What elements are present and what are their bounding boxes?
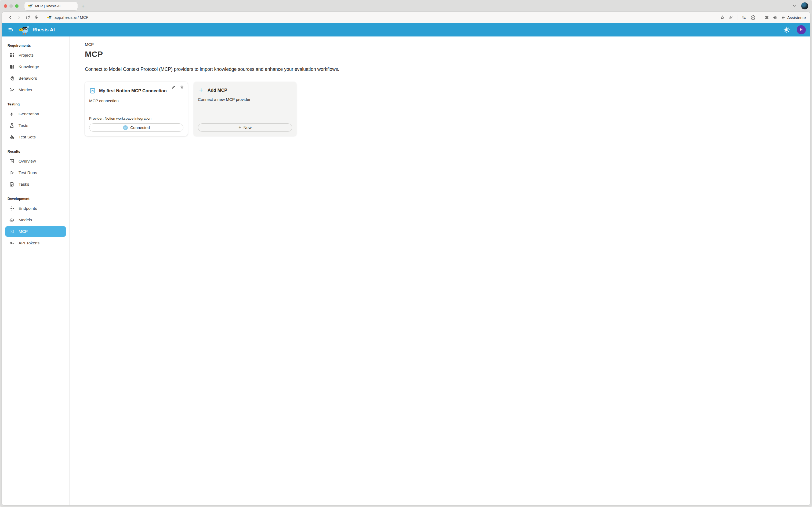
- page-title: MCP: [85, 50, 406, 59]
- browser-tab[interactable]: MCP | Rhesis AI: [24, 2, 78, 10]
- add-card-title: Add MCP: [208, 88, 227, 93]
- sidebar-item-overview[interactable]: Overview: [5, 156, 66, 167]
- connected-status-button[interactable]: Connected: [89, 123, 184, 132]
- plus-icon: +: [239, 125, 241, 130]
- sidebar-collapse-menu-icon[interactable]: [6, 25, 15, 34]
- sidebar-item-generation[interactable]: Generation: [5, 109, 66, 119]
- head-gear-icon: [9, 76, 14, 81]
- clipboard-icon: [9, 182, 14, 187]
- notion-icon: N: [89, 88, 96, 94]
- sidebar-item-label: Tasks: [18, 182, 29, 187]
- microphone-icon[interactable]: [32, 13, 41, 22]
- app-title: Rhesis AI: [33, 27, 55, 33]
- new-mcp-button[interactable]: + New: [198, 123, 292, 132]
- hub-arrows-icon: [9, 206, 14, 211]
- connected-status-label: Connected: [130, 125, 150, 130]
- sidebar-item-metrics[interactable]: Metrics: [5, 84, 66, 95]
- sidebar-item-tests[interactable]: Tests: [5, 120, 66, 131]
- sidebar-item-label: API Tokens: [18, 241, 40, 245]
- sidebar-item-tasks[interactable]: Tasks: [5, 179, 66, 190]
- sidebar: Requirements Projects Knowledge: [2, 37, 69, 253]
- sidebar-item-label: Knowledge: [18, 64, 39, 69]
- book-icon: [9, 64, 14, 69]
- svg-text:N: N: [91, 89, 94, 93]
- new-tab-button[interactable]: +: [81, 3, 85, 9]
- brand[interactable]: Rhesis AI: [18, 25, 55, 35]
- sidebar-item-label: Tests: [18, 123, 28, 128]
- lightning-icon: [9, 111, 14, 117]
- forward-button[interactable]: [15, 13, 23, 22]
- sparkline-icon: [9, 87, 14, 93]
- page-description: Connect to Model Context Protocol (MCP) …: [85, 66, 406, 72]
- terminal-icon: [9, 229, 14, 234]
- add-card-subtitle: Connect a new MCP provider: [198, 97, 292, 102]
- sidebar-item-projects[interactable]: Projects: [5, 50, 66, 61]
- sidebar-item-label: Test Runs: [18, 170, 37, 175]
- browser-window: MCP | Rhesis AI +: [0, 0, 406, 253]
- sidebar-item-label: Behaviors: [18, 76, 37, 81]
- bar-chart-icon: [9, 159, 14, 164]
- new-button-label: New: [244, 125, 252, 130]
- sidebar-item-test-sets[interactable]: Test Sets: [5, 132, 66, 143]
- sidebar-item-label: Models: [18, 218, 32, 222]
- edit-pencil-icon[interactable]: [171, 85, 175, 90]
- tab-title: MCP | Rhesis AI: [35, 4, 60, 8]
- browser-toolbar: app.rhesis.ai / MCP xA: [2, 12, 406, 23]
- address-bar[interactable]: app.rhesis.ai / MCP: [47, 15, 89, 20]
- add-mcp-card[interactable]: + Add MCP Connect a new MCP provider + N…: [194, 82, 296, 136]
- sidebar-item-label: Overview: [18, 159, 36, 164]
- app-header: Rhesis AI E: [2, 23, 406, 37]
- shapes-icon: [9, 134, 14, 140]
- rhesis-logo-icon: [18, 25, 30, 35]
- url-text: app.rhesis.ai / MCP: [54, 15, 89, 19]
- section-label-development: Development: [2, 193, 69, 202]
- robot-icon: [9, 217, 14, 223]
- url-favicon-icon: [47, 15, 52, 20]
- sidebar-item-label: Test Sets: [18, 135, 36, 139]
- window-controls: [4, 4, 18, 8]
- sidebar-item-behaviors[interactable]: Behaviors: [5, 73, 66, 84]
- connection-provider: Provider: Notion workspace integration: [89, 116, 184, 120]
- connection-card-title: My first Notion MCP Connection: [99, 88, 167, 93]
- sidebar-item-api-tokens[interactable]: API Tokens: [5, 238, 66, 248]
- section-label-testing: Testing: [2, 99, 69, 108]
- reload-button[interactable]: [23, 13, 32, 22]
- sidebar-item-label: Endpoints: [18, 206, 37, 211]
- delete-trash-icon[interactable]: [180, 85, 184, 90]
- key-icon: [9, 240, 14, 246]
- play-icon: [9, 170, 14, 175]
- sidebar-item-test-runs[interactable]: Test Runs: [5, 167, 66, 178]
- add-plus-icon: +: [198, 88, 204, 93]
- window-zoom-button[interactable]: [15, 4, 18, 8]
- connection-card-subtitle: MCP connection: [89, 99, 184, 103]
- sidebar-item-label: Projects: [18, 53, 34, 58]
- flask-icon: [9, 123, 14, 128]
- sidebar-item-label: Generation: [18, 112, 39, 116]
- connected-check-icon: [123, 125, 128, 130]
- grid-icon: [9, 53, 14, 58]
- sidebar-item-endpoints[interactable]: Endpoints: [5, 203, 66, 214]
- site-favicon-icon: [28, 3, 33, 8]
- sidebar-item-knowledge[interactable]: Knowledge: [5, 61, 66, 72]
- window-minimize-button[interactable]: [9, 4, 13, 8]
- sidebar-item-models[interactable]: Models: [5, 215, 66, 225]
- browser-tab-strip: MCP | Rhesis AI +: [0, 0, 406, 12]
- sidebar-item-label: MCP: [18, 229, 28, 234]
- window-close-button[interactable]: [4, 4, 7, 8]
- section-label-requirements: Requirements: [2, 40, 69, 49]
- sidebar-item-label: Metrics: [18, 88, 32, 92]
- mcp-connection-card: N My first Notion MCP Connection MCP con…: [85, 82, 188, 136]
- main-content: MCP MCP Connect to Model Context Protoco…: [69, 37, 406, 253]
- breadcrumb: MCP: [85, 42, 406, 47]
- back-button[interactable]: [6, 13, 15, 22]
- sidebar-item-mcp[interactable]: MCP: [5, 226, 66, 237]
- section-label-results: Results: [2, 146, 69, 155]
